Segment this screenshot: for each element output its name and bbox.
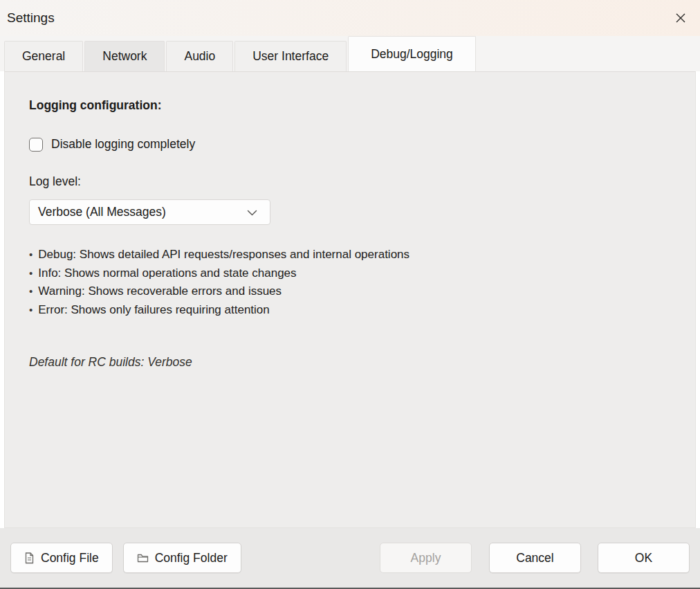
tab-user-interface[interactable]: User Interface bbox=[234, 41, 347, 71]
apply-button[interactable]: Apply bbox=[380, 543, 472, 573]
ok-button[interactable]: OK bbox=[598, 543, 690, 573]
config-file-label: Config File bbox=[41, 551, 99, 565]
bullet-info: Info: Shows normal operations and state … bbox=[29, 264, 671, 283]
folder-icon bbox=[137, 553, 149, 563]
log-level-selected-value: Verbose (All Messages) bbox=[38, 205, 247, 219]
chevron-down-icon bbox=[247, 205, 261, 219]
bullet-debug: Debug: Shows detailed API requests/respo… bbox=[29, 246, 671, 264]
log-level-descriptions: Debug: Shows detailed API requests/respo… bbox=[29, 246, 671, 319]
titlebar: Settings bbox=[0, 0, 700, 36]
cancel-button[interactable]: Cancel bbox=[489, 543, 581, 573]
settings-window: Settings General Network Audio User Inte… bbox=[0, 0, 700, 589]
dialog-action-buttons: Apply Cancel OK bbox=[380, 543, 690, 573]
config-file-button[interactable]: Config File bbox=[10, 543, 113, 573]
debug-logging-panel: Logging configuration: Disable logging c… bbox=[4, 71, 696, 528]
config-folder-label: Config Folder bbox=[155, 551, 228, 565]
disable-logging-checkbox-row[interactable]: Disable logging completely bbox=[29, 137, 195, 152]
tab-network[interactable]: Network bbox=[84, 41, 165, 71]
tab-debug-logging[interactable]: Debug/Logging bbox=[348, 36, 476, 71]
window-title: Settings bbox=[7, 10, 55, 26]
tab-bar: General Network Audio User Interface Deb… bbox=[0, 36, 700, 71]
disable-logging-label: Disable logging completely bbox=[51, 137, 195, 152]
bullet-error: Error: Shows only failures requiring att… bbox=[29, 301, 671, 320]
tab-general[interactable]: General bbox=[4, 41, 83, 71]
log-level-select[interactable]: Verbose (All Messages) bbox=[29, 199, 270, 225]
bullet-warning: Warning: Shows recoverable errors and is… bbox=[29, 282, 671, 301]
config-folder-button[interactable]: Config Folder bbox=[123, 543, 241, 573]
section-title: Logging configuration: bbox=[29, 98, 671, 113]
close-button[interactable] bbox=[661, 0, 700, 36]
default-builds-note: Default for RC builds: Verbose bbox=[29, 355, 671, 370]
footer-button-bar: Config File Config Folder Apply Cancel O… bbox=[0, 528, 700, 588]
tab-audio[interactable]: Audio bbox=[166, 41, 233, 71]
close-icon bbox=[675, 12, 686, 24]
log-level-label: Log level: bbox=[29, 174, 671, 189]
disable-logging-checkbox[interactable] bbox=[29, 138, 43, 152]
document-icon bbox=[24, 552, 35, 564]
